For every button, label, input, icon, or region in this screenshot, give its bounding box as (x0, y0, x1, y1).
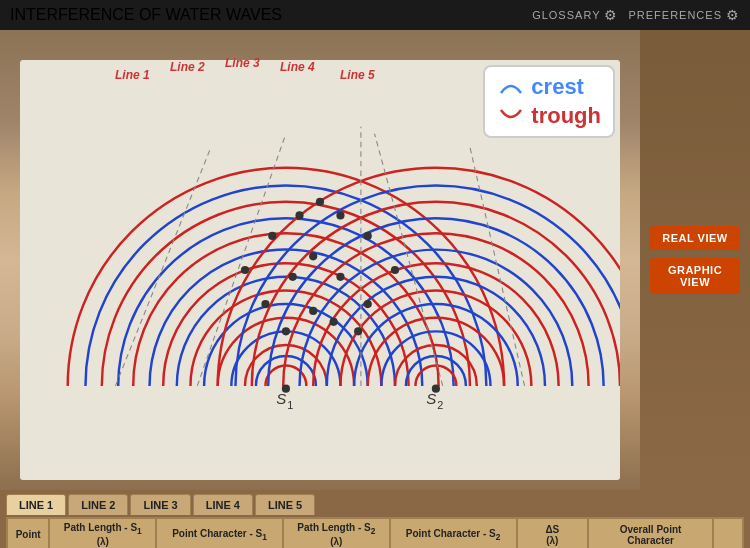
line-tabs: LINE 1 LINE 2 LINE 3 LINE 4 LINE 5 (6, 494, 744, 515)
col-header-point: Point (7, 518, 49, 548)
svg-text:2: 2 (437, 399, 443, 411)
tab-line5[interactable]: LINE 5 (255, 494, 315, 515)
trough-icon (497, 106, 525, 126)
svg-point-16 (364, 300, 372, 308)
top-bar: INTERFERENCE OF WATER WAVES GLOSSARY ⚙ P… (0, 0, 750, 30)
table-area: LINE 1 LINE 2 LINE 3 LINE 4 LINE 5 Point… (0, 490, 750, 548)
wave-panel: Line 1 Line 2 Line 3 Line 4 Line 5 (0, 30, 640, 490)
svg-point-15 (336, 273, 344, 281)
svg-point-14 (309, 252, 317, 260)
svg-point-11 (391, 266, 399, 274)
svg-point-25 (282, 385, 290, 393)
svg-point-9 (336, 211, 344, 219)
data-table: Point Path Length - S1(λ) Point Characte… (6, 517, 744, 548)
svg-point-6 (268, 232, 276, 240)
col-header-char-s1: Point Character - S1 (156, 518, 283, 548)
preferences-icon: ⚙ (726, 7, 740, 23)
svg-point-5 (241, 266, 249, 274)
tab-line1[interactable]: LINE 1 (6, 494, 66, 515)
col-header-path-s1: Path Length - S1(λ) (49, 518, 156, 548)
top-bar-right: GLOSSARY ⚙ PREFERENCES ⚙ (532, 7, 740, 23)
svg-point-7 (295, 211, 303, 219)
svg-text:1: 1 (287, 399, 293, 411)
tab-line2[interactable]: LINE 2 (68, 494, 128, 515)
main-area: Line 1 Line 2 Line 3 Line 4 Line 5 (0, 30, 750, 490)
legend-trough-label: trough (531, 102, 601, 131)
preferences-button[interactable]: PREFERENCES ⚙ (628, 7, 740, 23)
tab-line3[interactable]: LINE 3 (130, 494, 190, 515)
crest-icon (497, 77, 525, 97)
col-header-char-s2: Point Character - S2 (390, 518, 517, 548)
legend-crest-label: crest (531, 73, 584, 102)
graphic-view-button[interactable]: GRAPHIC VIEW (650, 258, 740, 294)
glossary-button[interactable]: GLOSSARY ⚙ (532, 7, 618, 23)
svg-point-10 (364, 232, 372, 240)
col-header-check (713, 518, 743, 548)
glossary-label: GLOSSARY (532, 9, 600, 21)
svg-point-8 (316, 198, 324, 206)
tab-line4[interactable]: LINE 4 (193, 494, 253, 515)
svg-point-12 (261, 300, 269, 308)
svg-point-17 (282, 327, 290, 335)
glossary-icon: ⚙ (604, 7, 618, 23)
preferences-label: PREFERENCES (628, 9, 722, 21)
legend-box: crest trough (483, 65, 615, 138)
svg-point-20 (354, 327, 362, 335)
col-header-delta-s: ΔS(λ) (517, 518, 589, 548)
svg-point-19 (330, 318, 338, 326)
col-header-path-s2: Path Length - S2(λ) (283, 518, 390, 548)
svg-point-13 (289, 273, 297, 281)
col-header-overall: Overall PointCharacter (588, 518, 713, 548)
app-title: INTERFERENCE OF WATER WAVES (10, 6, 282, 24)
right-buttons-panel: REAL VIEW GRAPHIC VIEW (640, 30, 750, 490)
svg-point-18 (309, 307, 317, 315)
real-view-button[interactable]: REAL VIEW (650, 226, 740, 250)
svg-point-26 (432, 385, 440, 393)
